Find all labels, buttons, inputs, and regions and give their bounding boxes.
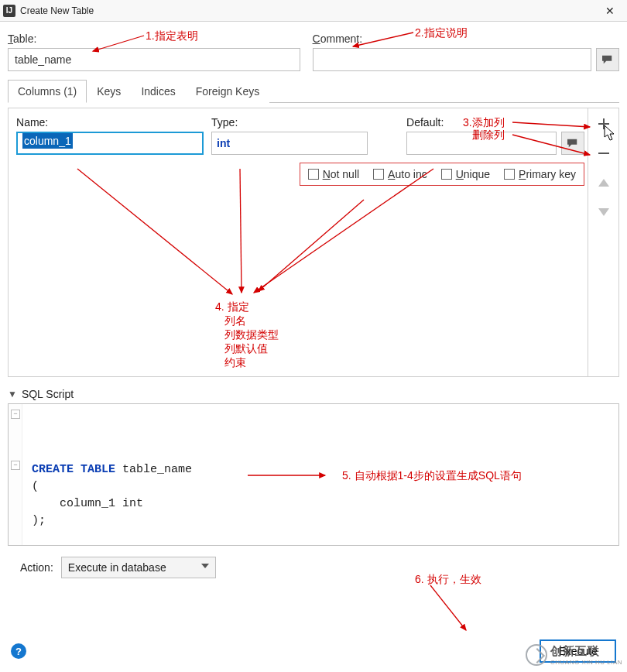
column-default-input[interactable] xyxy=(406,132,557,155)
tab-keys[interactable]: Keys xyxy=(87,80,131,103)
triangle-down-icon xyxy=(598,207,610,217)
watermark: 创新互联 CHUANG XIN HU LIAN xyxy=(526,644,622,666)
constraints-wrap: Not null Auto inc Unique Primary key xyxy=(16,163,584,186)
chevron-down-icon xyxy=(201,564,209,568)
tabs: Columns (1) Keys Indices Foreign Keys xyxy=(8,79,619,103)
minus-icon xyxy=(597,146,611,160)
titlebar: IJ Create New Table ✕ xyxy=(0,0,627,22)
column-type-input[interactable] xyxy=(211,132,368,155)
column-side-buttons xyxy=(588,108,618,376)
table-name-input[interactable] xyxy=(8,48,300,71)
speech-bubble-icon xyxy=(601,54,615,65)
column-type-field: Type: xyxy=(211,116,399,155)
watermark-logo-icon xyxy=(526,644,547,666)
tab-indices[interactable]: Indices xyxy=(131,80,185,103)
column-default-label: Default: xyxy=(406,116,584,129)
comment-field: Comment: xyxy=(313,33,619,71)
svg-line-12 xyxy=(430,585,466,630)
window-title: Create New Table xyxy=(20,5,596,16)
move-down-button[interactable] xyxy=(593,201,615,223)
watermark-subtext: CHUANG XIN HU LIAN xyxy=(550,659,622,666)
help-button[interactable]: ? xyxy=(11,643,26,659)
comment-row xyxy=(313,48,619,71)
action-row: Action: Execute in database xyxy=(0,546,627,578)
checkbox-not-null[interactable]: Not null xyxy=(308,168,359,180)
action-label: Action: xyxy=(20,561,53,574)
close-button[interactable]: ✕ xyxy=(596,0,624,22)
default-expand-button[interactable] xyxy=(561,132,584,155)
default-row xyxy=(406,132,584,155)
fold-marker-icon[interactable]: − xyxy=(11,410,20,419)
column-name-input[interactable]: column_1 xyxy=(16,132,204,155)
move-up-button[interactable] xyxy=(593,172,615,194)
tab-columns[interactable]: Columns (1) xyxy=(8,80,87,103)
action-select[interactable]: Execute in database xyxy=(61,557,216,578)
comment-label: Comment: xyxy=(313,33,619,45)
top-field-row: Table: Comment: xyxy=(0,22,627,76)
checkbox-unique[interactable]: Unique xyxy=(441,168,490,180)
speech-bubble-icon xyxy=(566,138,580,149)
mouse-cursor-icon xyxy=(604,125,616,142)
app-icon: IJ xyxy=(3,5,15,17)
checkbox-primary-key[interactable]: Primary key xyxy=(504,168,576,180)
tab-foreign-keys[interactable]: Foreign Keys xyxy=(186,80,269,103)
watermark-text: 创新互联 xyxy=(550,644,622,659)
column-name-label: Name: xyxy=(16,116,204,129)
collapse-triangle-icon: ▼ xyxy=(8,389,17,399)
comment-expand-button[interactable] xyxy=(596,48,619,71)
sql-script-header[interactable]: ▼ SQL Script xyxy=(8,385,619,403)
comment-input[interactable] xyxy=(313,48,591,71)
triangle-up-icon xyxy=(598,178,610,187)
action-select-value: Execute in database xyxy=(68,561,166,574)
column-grid: Name: column_1 Type: Default: xyxy=(16,116,584,155)
editor-gutter: − − xyxy=(9,404,22,545)
checkbox-auto-inc[interactable]: Auto inc xyxy=(373,168,427,180)
svg-marker-1 xyxy=(598,208,609,216)
sql-editor[interactable]: − − CREATE TABLE table_name ( column_1 i… xyxy=(8,403,619,546)
dialog-window: IJ Create New Table ✕ Table: Comment: Co… xyxy=(0,0,627,672)
column-editor-panel: Name: column_1 Type: Default: xyxy=(8,108,619,377)
column-editor-inner: Name: column_1 Type: Default: xyxy=(9,108,618,376)
svg-marker-0 xyxy=(598,179,609,187)
remove-column-button[interactable] xyxy=(593,142,615,164)
sql-script-label: SQL Script xyxy=(22,388,74,400)
fold-marker-icon[interactable]: − xyxy=(11,461,20,470)
constraints-group: Not null Auto inc Unique Primary key xyxy=(300,163,584,186)
column-default-field: Default: xyxy=(406,116,584,155)
table-field: Table: xyxy=(8,33,300,71)
column-type-label: Type: xyxy=(211,116,399,129)
table-label: Table: xyxy=(8,33,300,45)
column-name-field: Name: column_1 xyxy=(16,116,204,155)
sql-script-section: ▼ SQL Script − − CREATE TABLE table_name… xyxy=(8,385,619,546)
sql-content: CREATE TABLE table_name ( column_1 int )… xyxy=(32,461,611,530)
